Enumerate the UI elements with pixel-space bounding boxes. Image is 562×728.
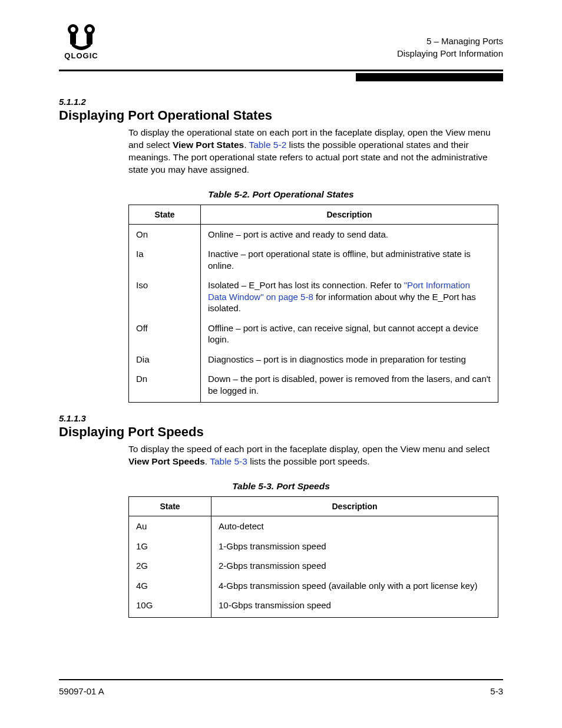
col-header-state: State — [129, 497, 211, 516]
svg-point-3 — [87, 27, 92, 32]
cell-desc: Isolated – E_Port has lost its connectio… — [201, 275, 498, 318]
cell-desc: Auto-detect — [211, 516, 498, 536]
cell-desc: Inactive – port operational state is off… — [201, 244, 498, 275]
footer-rule — [59, 679, 503, 680]
cell-desc: 1-Gbps transmission speed — [211, 536, 498, 556]
para-bold: View Port States — [173, 140, 244, 150]
cell-state: On — [129, 224, 201, 244]
page-footer: 59097-01 A 5-3 — [59, 679, 503, 696]
table-row: 10G 10-Gbps transmission speed — [129, 595, 498, 617]
section-label: Displaying Port Information — [397, 47, 503, 60]
cell-state: Ia — [129, 244, 201, 275]
cell-desc: Offline – port is active, can receive si… — [201, 318, 498, 350]
section-number: 5.1.1.2 — [59, 97, 503, 107]
port-operational-states-table: State Description On Online – port is ac… — [128, 205, 498, 403]
header-rule — [59, 70, 503, 71]
table-ref-link[interactable]: Table 5-3 — [210, 456, 247, 466]
brand-logo: QLOGIC — [59, 22, 106, 60]
cell-desc: Online – port is active and ready to sen… — [201, 224, 498, 244]
cell-state: 4G — [129, 576, 211, 596]
table-row: 2G 2-Gbps transmission speed — [129, 556, 498, 576]
port-speeds-table: State Description Au Auto-detect 1G 1-Gb… — [128, 496, 498, 618]
section-title: Displaying Port Operational States — [59, 108, 503, 123]
svg-rect-5 — [87, 33, 92, 45]
cell-state: Off — [129, 318, 201, 350]
cell-text: Isolated – E_Port has lost its connectio… — [208, 280, 404, 290]
cell-state: 1G — [129, 536, 211, 556]
cell-desc: Down – the port is disabled, power is re… — [201, 369, 498, 403]
table-row: Ia Inactive – port operational state is … — [129, 244, 498, 275]
cell-desc: 10-Gbps transmission speed — [211, 595, 498, 617]
cell-state: 10G — [129, 595, 211, 617]
para-text: . — [244, 140, 249, 150]
section-number: 5.1.1.3 — [59, 413, 503, 423]
cell-state: Dia — [129, 350, 201, 370]
table-row: Dn Down – the port is disabled, power is… — [129, 369, 498, 403]
cell-desc: 4-Gbps transmission speed (available onl… — [211, 576, 498, 596]
logo-text: QLOGIC — [64, 51, 98, 60]
qlogic-logo-icon: QLOGIC — [59, 22, 104, 60]
cell-state: Iso — [129, 275, 201, 318]
table-row: On Online – port is active and ready to … — [129, 224, 498, 244]
cell-state: Dn — [129, 369, 201, 403]
table-row: Dia Diagnostics – port is in diagnostics… — [129, 350, 498, 370]
header-breadcrumb: 5 – Managing Ports Displaying Port Infor… — [397, 35, 503, 61]
table-row: 4G 4-Gbps transmission speed (available … — [129, 576, 498, 596]
para-bold: View Port Speeds — [128, 456, 205, 466]
doc-number: 59097-01 A — [59, 686, 104, 696]
header-black-bar — [356, 73, 503, 81]
page-number: 5-3 — [490, 686, 503, 696]
section-title: Displaying Port Speeds — [59, 424, 503, 440]
table-row: Au Auto-detect — [129, 516, 498, 536]
section-paragraph: To display the operational state on each… — [128, 127, 503, 176]
table-row: 1G 1-Gbps transmission speed — [129, 536, 498, 556]
section-paragraph: To display the speed of each port in the… — [128, 443, 503, 468]
para-text: lists the possible port speeds. — [247, 456, 370, 466]
cell-state: 2G — [129, 556, 211, 576]
page-header: QLOGIC 5 – Managing Ports Displaying Por… — [59, 22, 503, 66]
table-caption: Table 5-2. Port Operational States — [59, 189, 503, 200]
cell-desc: 2-Gbps transmission speed — [211, 556, 498, 576]
col-header-state: State — [129, 205, 201, 224]
para-text: To display the speed of each port in the… — [128, 444, 490, 454]
chapter-label: 5 – Managing Ports — [397, 35, 503, 48]
col-header-description: Description — [211, 497, 498, 516]
col-header-description: Description — [201, 205, 498, 224]
table-row: Off Offline – port is active, can receiv… — [129, 318, 498, 350]
svg-point-2 — [71, 27, 75, 32]
table-row: Iso Isolated – E_Port has lost its conne… — [129, 275, 498, 318]
cell-desc: Diagnostics – port is in diagnostics mod… — [201, 350, 498, 370]
cell-state: Au — [129, 516, 211, 536]
table-caption: Table 5-3. Port Speeds — [59, 481, 503, 492]
svg-rect-4 — [70, 33, 76, 45]
para-text: . — [205, 456, 210, 466]
table-ref-link[interactable]: Table 5-2 — [249, 140, 287, 150]
